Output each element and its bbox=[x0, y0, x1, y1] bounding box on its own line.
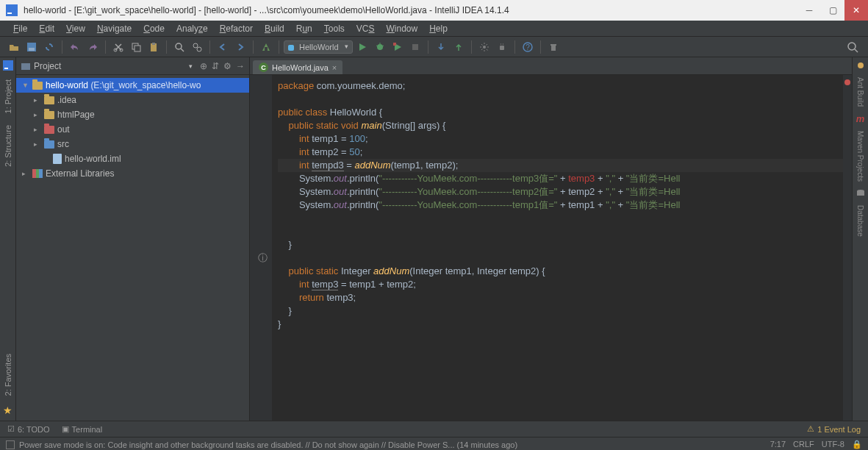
bottom-tool-tabs: ☑6: TODO ▣Terminal ⚠1 Event Log bbox=[0, 421, 868, 437]
sync-icon[interactable] bbox=[41, 39, 57, 55]
debug-icon[interactable] bbox=[372, 39, 388, 55]
coverage-icon[interactable] bbox=[390, 39, 406, 55]
vcs-commit-icon[interactable] bbox=[451, 39, 467, 55]
tab-structure[interactable]: 2: Structure bbox=[4, 122, 12, 170]
code-editor[interactable]: ⓘ package com.youmeek.demo; public class… bbox=[250, 75, 852, 421]
build-icon[interactable] bbox=[258, 39, 274, 55]
editor-gutter[interactable]: ⓘ bbox=[250, 75, 272, 421]
collapse-icon[interactable]: ⇵ bbox=[212, 61, 219, 71]
minimize-button[interactable]: ─ bbox=[797, 0, 821, 21]
svg-rect-7 bbox=[134, 46, 140, 51]
svg-text:?: ? bbox=[526, 43, 530, 51]
menu-build[interactable]: Build bbox=[259, 22, 290, 35]
code-content[interactable]: package com.youmeek.demo; public class H… bbox=[272, 75, 843, 421]
lock-icon[interactable]: 🔒 bbox=[852, 440, 862, 449]
arrow-expanded-icon[interactable]: ▼ bbox=[22, 82, 29, 89]
tab-favorites[interactable]: 2: Favorites bbox=[4, 351, 12, 399]
separator bbox=[540, 40, 541, 54]
menu-tools[interactable]: Tools bbox=[318, 22, 351, 35]
hide-icon[interactable]: → bbox=[236, 61, 245, 71]
menu-vcs[interactable]: VCS bbox=[351, 22, 381, 35]
tab-ant-build[interactable]: Ant Build bbox=[856, 75, 864, 109]
menu-edit[interactable]: Edit bbox=[33, 22, 60, 35]
help-icon[interactable]: ? bbox=[520, 39, 536, 55]
svg-rect-31 bbox=[4, 68, 8, 69]
svg-rect-21 bbox=[500, 46, 504, 50]
error-marker-icon[interactable] bbox=[844, 79, 850, 85]
menu-navigate[interactable]: Navigate bbox=[91, 22, 137, 35]
editor-area: C HelloWorld.java × ⓘ package com.youmee… bbox=[250, 57, 852, 421]
project-panel-title[interactable]: Project bbox=[34, 61, 189, 71]
tab-project[interactable]: 1: Project bbox=[4, 76, 12, 116]
project-view-icon bbox=[21, 61, 31, 71]
paste-icon[interactable] bbox=[146, 39, 162, 55]
search-everywhere-icon[interactable] bbox=[844, 39, 861, 55]
src-folder-icon bbox=[44, 140, 54, 149]
replace-icon[interactable] bbox=[189, 39, 205, 55]
svg-rect-18 bbox=[393, 43, 396, 46]
forward-icon[interactable] bbox=[232, 39, 248, 55]
tree-item[interactable]: ▸.idea bbox=[16, 93, 249, 107]
iml-file-icon bbox=[53, 154, 62, 164]
tab-maven[interactable]: Maven Projects bbox=[856, 129, 864, 184]
save-icon[interactable] bbox=[24, 39, 40, 55]
power-save-checkbox[interactable] bbox=[6, 440, 15, 449]
warn-icon: ⚠ bbox=[807, 424, 814, 434]
tree-root[interactable]: ▼ hello-world (E:\git_work_space\hello-w… bbox=[16, 78, 249, 93]
gear-icon[interactable]: ⚙ bbox=[223, 61, 232, 71]
menu-window[interactable]: Window bbox=[380, 22, 423, 35]
tab-database[interactable]: Database bbox=[856, 203, 864, 239]
event-log[interactable]: ⚠1 Event Log bbox=[807, 424, 861, 434]
tree-item[interactable]: ▸out bbox=[16, 122, 249, 137]
svg-line-29 bbox=[855, 49, 858, 52]
svg-rect-27 bbox=[550, 44, 556, 46]
menu-view[interactable]: View bbox=[60, 22, 91, 35]
android-icon[interactable] bbox=[494, 39, 510, 55]
locate-icon[interactable]: ⊕ bbox=[200, 61, 207, 71]
editor-tab[interactable]: C HelloWorld.java × bbox=[253, 60, 342, 74]
tab-todo[interactable]: ☑6: TODO bbox=[7, 424, 50, 434]
separator bbox=[279, 40, 279, 54]
menu-refactor[interactable]: Refactor bbox=[214, 22, 259, 35]
separator bbox=[471, 40, 472, 54]
settings-icon[interactable] bbox=[476, 39, 492, 55]
editor-tab-bar: C HelloWorld.java × bbox=[250, 57, 852, 75]
line-ending[interactable]: CRLF bbox=[793, 440, 814, 449]
menu-help[interactable]: Help bbox=[423, 22, 453, 35]
vcs-update-icon[interactable] bbox=[433, 39, 449, 55]
redo-icon[interactable] bbox=[85, 39, 101, 55]
open-icon[interactable] bbox=[6, 39, 22, 55]
dropdown-icon[interactable]: ▾ bbox=[189, 63, 193, 70]
maximize-button[interactable]: ▢ bbox=[821, 0, 844, 21]
stop-icon[interactable] bbox=[407, 39, 423, 55]
project-tree[interactable]: ▼ hello-world (E:\git_work_space\hello-w… bbox=[16, 75, 249, 184]
undo-icon[interactable] bbox=[67, 39, 83, 55]
back-icon[interactable] bbox=[215, 39, 231, 55]
encoding[interactable]: UTF-8 bbox=[822, 440, 844, 449]
tree-item[interactable]: ▸src bbox=[16, 137, 249, 151]
trash-icon[interactable] bbox=[545, 39, 562, 55]
tree-item[interactable]: hello-world.iml bbox=[16, 151, 249, 166]
cut-icon[interactable] bbox=[110, 39, 126, 55]
close-button[interactable]: ✕ bbox=[844, 0, 868, 21]
svg-point-14 bbox=[377, 44, 383, 50]
tree-item[interactable]: ▸htmlPage bbox=[16, 107, 249, 122]
tab-label: HelloWorld.java bbox=[272, 63, 329, 72]
find-icon[interactable] bbox=[171, 39, 187, 55]
separator bbox=[105, 40, 106, 54]
menu-file[interactable]: File bbox=[7, 22, 33, 35]
cursor-position[interactable]: 7:17 bbox=[770, 440, 786, 449]
folder-icon bbox=[44, 96, 54, 104]
run-config-dropdown[interactable]: HelloWorld bbox=[284, 40, 353, 54]
menu-code[interactable]: Code bbox=[137, 22, 171, 35]
copy-icon[interactable] bbox=[128, 39, 144, 55]
tree-external-libs[interactable]: ▸External Libraries bbox=[16, 166, 249, 181]
left-tool-gutter: 1: Project 2: Structure 2: Favorites ★ bbox=[0, 57, 16, 421]
close-tab-icon[interactable]: × bbox=[332, 63, 337, 72]
intellij-mini-icon bbox=[3, 60, 13, 71]
error-stripe[interactable] bbox=[843, 75, 852, 421]
menu-analyze[interactable]: Analyze bbox=[171, 22, 214, 35]
menu-run[interactable]: Run bbox=[290, 22, 318, 35]
tab-terminal[interactable]: ▣Terminal bbox=[62, 424, 103, 434]
run-icon[interactable] bbox=[354, 39, 370, 55]
